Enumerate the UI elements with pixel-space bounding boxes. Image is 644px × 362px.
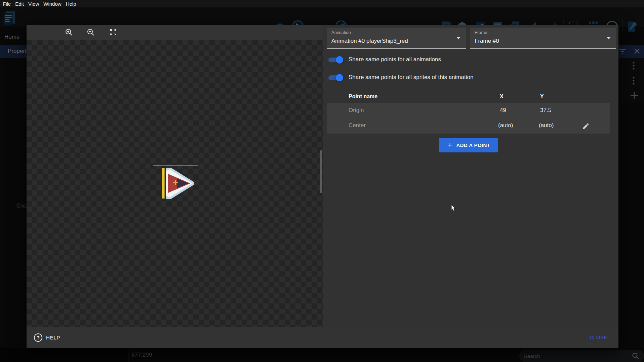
add-point-button[interactable]: ADD A POINT: [439, 138, 498, 152]
column-header-point-name: Point name: [349, 94, 377, 100]
menu-bar: File Edit View Window Help: [0, 0, 644, 7]
sprite-bounding-box[interactable]: [153, 166, 198, 201]
help-button-label: HELP: [46, 335, 60, 340]
frame-select[interactable]: Frame Frame #0: [470, 28, 616, 49]
help-icon: ?: [34, 333, 42, 342]
help-button[interactable]: ? HELP: [34, 327, 60, 348]
point-x-value[interactable]: 49: [500, 107, 506, 114]
mouse-cursor: [451, 205, 456, 212]
preview-toolbar: [27, 25, 323, 40]
point-name[interactable]: Origin: [349, 107, 364, 114]
edit-center-point-button[interactable]: [580, 120, 592, 132]
frame-select-label: Frame: [475, 30, 487, 35]
share-points-all-sprites-label: Share same points for all sprites of thi…: [349, 74, 473, 81]
share-points-all-animations-label: Share same points for all animations: [349, 56, 441, 63]
zoom-in-button[interactable]: [64, 27, 74, 37]
edit-points-dialog: Animation Animation #0 playerShip3_red F…: [27, 25, 618, 348]
canvas-scrollbar[interactable]: [320, 150, 322, 193]
y-field-underline: [537, 116, 561, 116]
add-icon: [447, 142, 453, 148]
point-x-value: (auto): [498, 122, 513, 129]
share-points-all-animations-toggle[interactable]: [328, 56, 344, 64]
menu-item-window[interactable]: Window: [43, 1, 61, 7]
chevron-down-icon: [607, 37, 611, 39]
add-point-button-label: ADD A POINT: [456, 142, 490, 148]
expand-icon: [109, 28, 117, 36]
zoom-out-icon: [87, 28, 95, 36]
points-settings-pane: Animation Animation #0 playerShip3_red F…: [323, 25, 618, 327]
dialog-footer: ? HELP CLOSE: [27, 327, 618, 348]
column-header-x: X: [500, 94, 504, 100]
zoom-in-icon: [65, 28, 73, 36]
edit-pencil-icon: [582, 122, 590, 130]
menu-item-view[interactable]: View: [28, 1, 39, 7]
toggle-thumb: [336, 56, 343, 64]
menu-item-file[interactable]: File: [3, 1, 11, 7]
x-field-underline: [498, 116, 521, 116]
column-header-y: Y: [540, 94, 544, 100]
zoom-out-button[interactable]: [86, 27, 96, 37]
screen: File Edit View Window Help: [0, 0, 644, 362]
sprite-canvas[interactable]: [27, 40, 323, 327]
sprite-preview-pane: [27, 25, 323, 327]
toggle-thumb: [336, 74, 343, 81]
share-points-all-sprites-toggle[interactable]: [328, 73, 344, 82]
animation-select-value: Animation #0 playerShip3_red: [331, 38, 408, 44]
animation-select[interactable]: Animation Animation #0 playerShip3_red: [327, 28, 466, 49]
menu-item-help[interactable]: Help: [66, 1, 76, 7]
animation-select-label: Animation: [331, 30, 351, 35]
name-field-underline: [349, 131, 480, 131]
player-ship-sprite: [153, 166, 198, 201]
point-row-center[interactable]: Center (auto) (auto): [327, 118, 610, 134]
point-row-origin[interactable]: Origin 49 37.5: [327, 103, 610, 118]
chevron-down-icon: [456, 37, 460, 39]
menu-item-edit[interactable]: Edit: [15, 1, 24, 7]
point-y-value: (auto): [539, 122, 554, 129]
name-field-underline: [349, 116, 480, 116]
point-y-value[interactable]: 37.5: [540, 107, 551, 114]
fit-to-view-button[interactable]: [108, 27, 118, 37]
frame-select-value: Frame #0: [475, 38, 499, 44]
close-dialog-button[interactable]: CLOSE: [590, 334, 607, 340]
point-name[interactable]: Center: [349, 122, 366, 129]
